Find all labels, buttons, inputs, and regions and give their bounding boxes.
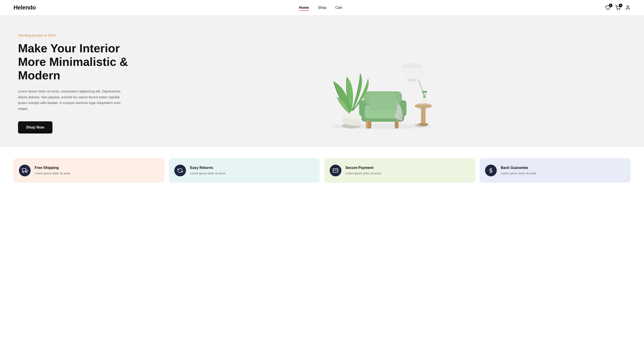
feature-desc: Lorem ipsum dolor sit amet.: [346, 171, 382, 176]
wishlist-button[interactable]: 0: [605, 5, 611, 10]
svg-point-30: [342, 113, 361, 119]
feature-secure-payment-text: Secure Payment Lorem ipsum dolor sit ame…: [346, 166, 382, 176]
hero-description: Lorem ipsum dolor sit amet, consectetur …: [18, 88, 126, 111]
features-section: Free Shipping Lorem ipsum dolor sit amet…: [0, 147, 644, 194]
feature-desc: Lorem ipsum dolor sit amet.: [35, 171, 71, 176]
svg-point-2: [627, 6, 629, 8]
feature-desc: Lorem ipsum dolor sit amet.: [501, 171, 537, 176]
wishlist-badge: 0: [609, 4, 612, 7]
hero-content: Trending product in 2023 Make Your Inter…: [18, 33, 140, 133]
nav-logo: Helendo: [14, 4, 36, 11]
svg-point-7: [407, 78, 417, 82]
feature-back-guarantee-text: Back Guarantee Lorem ipsum dolor sit ame…: [501, 166, 537, 176]
feature-desc: Lorem ipsum dolor sit amet.: [190, 171, 226, 176]
payment-icon: [330, 165, 341, 176]
guarantee-icon: [485, 165, 497, 176]
svg-point-0: [617, 10, 618, 10]
nav-shop[interactable]: Shop: [318, 6, 326, 10]
svg-rect-28: [395, 121, 398, 128]
svg-point-11: [418, 123, 428, 126]
navbar: Helendo Home Shop Cart 0 0: [0, 0, 644, 15]
nav-cart[interactable]: Cart: [335, 6, 342, 10]
svg-rect-10: [421, 106, 426, 124]
svg-rect-15: [423, 97, 426, 103]
feature-easy-returns-text: Easy Returns Lorem ipsum dolor sit amet.: [190, 166, 226, 176]
user-icon: [625, 5, 630, 10]
feature-free-shipping: Free Shipping Lorem ipsum dolor sit amet…: [14, 158, 164, 183]
feature-title: Easy Returns: [190, 166, 226, 170]
hero-section: Trending product in 2023 Make Your Inter…: [0, 15, 644, 147]
svg-rect-31: [22, 168, 26, 171]
svg-rect-26: [368, 121, 371, 128]
feature-free-shipping-text: Free Shipping Lorem ipsum dolor sit amet…: [35, 166, 71, 176]
hero-trending: Trending product in 2023: [18, 33, 140, 37]
nav-home[interactable]: Home: [299, 6, 309, 11]
nav-links: Home Shop Cart: [299, 6, 342, 10]
hero-illustration: [324, 36, 441, 131]
feature-title: Secure Payment: [346, 166, 382, 170]
hero-title: Make Your Interior More Minimalistic & M…: [18, 42, 140, 82]
cart-badge: 0: [619, 4, 622, 7]
feature-easy-returns: Easy Returns Lorem ipsum dolor sit amet.: [169, 158, 320, 183]
feature-back-guarantee: Back Guarantee Lorem ipsum dolor sit ame…: [480, 158, 630, 183]
returns-icon: [174, 165, 186, 176]
feature-title: Back Guarantee: [501, 166, 537, 170]
feature-secure-payment: Secure Payment Lorem ipsum dolor sit ame…: [324, 158, 475, 183]
svg-point-32: [23, 171, 24, 172]
feature-title: Free Shipping: [35, 166, 71, 170]
shipping-icon: [19, 165, 30, 176]
svg-point-16: [423, 96, 426, 98]
svg-point-1: [620, 10, 620, 10]
user-button[interactable]: [625, 5, 630, 10]
hero-image: [140, 36, 626, 131]
shop-now-button[interactable]: Shop Now: [18, 121, 52, 133]
cart-button[interactable]: 0: [615, 5, 620, 10]
svg-point-33: [26, 171, 27, 172]
svg-point-18: [424, 91, 427, 93]
nav-actions: 0 0: [605, 5, 630, 10]
svg-rect-34: [333, 169, 338, 172]
